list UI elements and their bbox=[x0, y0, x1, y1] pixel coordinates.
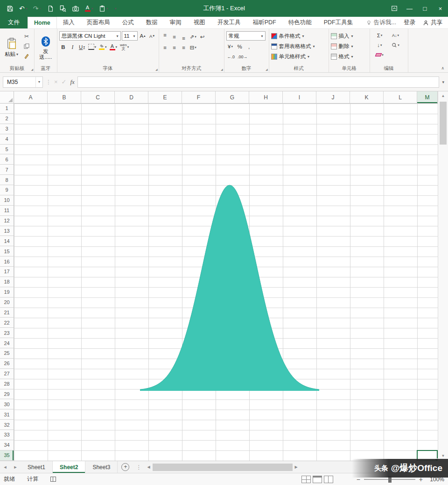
new-document-button[interactable] bbox=[44, 2, 56, 15]
tab-pdf工具集[interactable]: PDF工具集 bbox=[318, 17, 359, 28]
bluetooth-send-button[interactable]: 发 送..... bbox=[36, 30, 55, 65]
delete-cells-button[interactable]: 删除▾ bbox=[331, 42, 368, 51]
row-header-15[interactable]: 15 bbox=[0, 246, 14, 256]
column-header-I[interactable]: I bbox=[283, 91, 316, 103]
tab-home[interactable]: Home bbox=[28, 17, 57, 28]
tab-开发工具[interactable]: 开发工具 bbox=[211, 17, 247, 28]
column-header-B[interactable]: B bbox=[48, 91, 81, 103]
row-header-8[interactable]: 8 bbox=[0, 175, 14, 185]
orientation-dropdown-icon[interactable]: ▾ bbox=[195, 35, 196, 39]
clear-button[interactable]: ▾ bbox=[372, 50, 388, 59]
font-name-select[interactable]: 思源黑体 CN Light▾ bbox=[59, 31, 121, 41]
row-header-27[interactable]: 27 bbox=[0, 369, 14, 379]
align-top-button[interactable]: ≡ bbox=[161, 32, 169, 41]
percent-style-button[interactable]: % bbox=[236, 42, 244, 51]
font-size-select[interactable]: 11▾ bbox=[122, 31, 138, 41]
autosum-button[interactable]: Σ▾ bbox=[372, 31, 388, 40]
row-header-12[interactable]: 12 bbox=[0, 216, 14, 226]
conditional-formatting-button[interactable]: 条件格式▾ bbox=[271, 31, 327, 41]
sort-filter-button[interactable]: A↓▾ bbox=[388, 31, 404, 40]
scroll-right-button[interactable]: ▶ bbox=[295, 465, 298, 469]
column-header-G[interactable]: G bbox=[216, 91, 249, 103]
row-header-24[interactable]: 24 bbox=[0, 338, 14, 348]
row-header-5[interactable]: 5 bbox=[0, 145, 14, 155]
row-header-1[interactable]: 1 bbox=[0, 104, 14, 114]
row-header-20[interactable]: 20 bbox=[0, 298, 14, 308]
vertical-scroll-thumb[interactable] bbox=[440, 102, 447, 145]
column-header-L[interactable]: L bbox=[384, 91, 417, 103]
share-button[interactable]: 共享 bbox=[423, 19, 442, 27]
formula-input[interactable] bbox=[77, 76, 440, 88]
sort-dropdown-icon[interactable]: ▾ bbox=[398, 34, 399, 37]
column-header-C[interactable]: C bbox=[81, 91, 115, 103]
save-button[interactable] bbox=[4, 2, 16, 15]
font-color-button[interactable]: A ▾ bbox=[82, 2, 96, 15]
undo-dropdown-icon[interactable]: ▾ bbox=[26, 7, 28, 11]
bold-button[interactable]: B bbox=[59, 42, 68, 51]
align-middle-button[interactable]: ≡ bbox=[170, 32, 179, 41]
row-header-31[interactable]: 31 bbox=[0, 409, 14, 420]
italic-button[interactable]: I bbox=[69, 42, 77, 51]
column-header-J[interactable]: J bbox=[316, 91, 350, 103]
borders-dropdown-icon[interactable]: ▾ bbox=[95, 45, 97, 49]
macro-record-icon[interactable] bbox=[50, 477, 56, 482]
paste-dropdown-icon[interactable]: ▾ bbox=[16, 52, 18, 56]
font-color-dropdown-icon[interactable]: ▾ bbox=[91, 7, 93, 11]
paste-special-dropdown-icon[interactable]: ▾ bbox=[106, 7, 108, 11]
column-header-H[interactable]: H bbox=[249, 91, 283, 103]
find-select-button[interactable]: ▾ bbox=[388, 41, 404, 49]
comma-style-button[interactable]: , bbox=[245, 42, 253, 51]
sheet-tab-sheet2[interactable]: Sheet2 bbox=[53, 461, 85, 473]
number-dialog-launcher[interactable]: ◢ bbox=[266, 68, 268, 71]
customize-qat-button[interactable]: ▾ bbox=[111, 2, 119, 15]
scroll-up-button[interactable]: ▲ bbox=[438, 92, 448, 100]
merge-dropdown-icon[interactable]: ▾ bbox=[195, 46, 196, 49]
row-header-30[interactable]: 30 bbox=[0, 399, 14, 409]
minimize-button[interactable]: — bbox=[402, 0, 417, 17]
sheet-nav-left-button[interactable]: ◂ bbox=[0, 461, 10, 473]
scroll-left-button[interactable]: ◀ bbox=[147, 465, 150, 469]
phonetic-dropdown-icon[interactable]: ▾ bbox=[127, 45, 129, 49]
fill-dropdown-icon[interactable]: ▾ bbox=[380, 43, 382, 47]
close-button[interactable]: × bbox=[433, 0, 448, 17]
print-preview-button[interactable] bbox=[56, 2, 69, 15]
number-format-select[interactable]: 常规▾ bbox=[226, 31, 266, 41]
phonetic-guide-button[interactable]: wén文▾ bbox=[119, 42, 130, 51]
ribbon-font-color-dropdown-icon[interactable]: ▾ bbox=[116, 45, 118, 49]
row-header-26[interactable]: 26 bbox=[0, 359, 14, 369]
tell-me-button[interactable]: 告诉我... bbox=[366, 19, 396, 27]
sheet-tab-overflow[interactable]: ⋮ bbox=[136, 464, 141, 471]
column-header-A[interactable]: A bbox=[14, 91, 48, 103]
decrease-decimal-button[interactable]: .00→ bbox=[237, 52, 249, 61]
row-header-16[interactable]: 16 bbox=[0, 256, 14, 267]
vertical-scrollbar[interactable]: ▲ ▼ bbox=[438, 91, 448, 461]
name-box-dropdown-icon[interactable]: ▾ bbox=[35, 77, 42, 87]
row-header-35[interactable]: 35 bbox=[0, 450, 14, 461]
decrease-font-button[interactable]: A▾ bbox=[148, 32, 156, 41]
row-header-18[interactable]: 18 bbox=[0, 277, 14, 287]
increase-decimal-button[interactable]: ←.0 bbox=[226, 52, 236, 61]
accounting-dropdown-icon[interactable]: ▾ bbox=[231, 45, 233, 48]
row-header-7[interactable]: 7 bbox=[0, 165, 14, 175]
undo-button[interactable]: ↶▾ bbox=[16, 2, 30, 15]
row-header-19[interactable]: 19 bbox=[0, 287, 14, 298]
row-header-10[interactable]: 10 bbox=[0, 195, 14, 206]
collapse-ribbon-button[interactable]: ∧ bbox=[441, 66, 444, 70]
new-sheet-button[interactable]: + bbox=[121, 463, 129, 471]
row-header-13[interactable]: 13 bbox=[0, 226, 14, 236]
horizontal-scroll-thumb[interactable] bbox=[153, 464, 293, 471]
row-header-9[interactable]: 9 bbox=[0, 185, 14, 195]
format-cells-button[interactable]: 格式▾ bbox=[331, 52, 368, 61]
align-center-button[interactable]: ≡ bbox=[170, 43, 179, 52]
row-header-33[interactable]: 33 bbox=[0, 430, 14, 440]
row-header-6[interactable]: 6 bbox=[0, 154, 14, 165]
row-header-32[interactable]: 32 bbox=[0, 420, 14, 430]
maximize-button[interactable]: □ bbox=[417, 0, 433, 17]
format-painter-button[interactable] bbox=[22, 52, 31, 60]
sheet-nav-right-button[interactable]: ▸ bbox=[10, 461, 21, 473]
redo-button[interactable]: ↷▾ bbox=[30, 2, 44, 15]
page-break-view-button[interactable] bbox=[324, 476, 333, 483]
increase-font-button[interactable]: A▴ bbox=[139, 32, 147, 41]
formula-bar-expand-button[interactable]: ▾ bbox=[442, 80, 444, 84]
clear-dropdown-icon[interactable]: ▾ bbox=[382, 53, 384, 57]
